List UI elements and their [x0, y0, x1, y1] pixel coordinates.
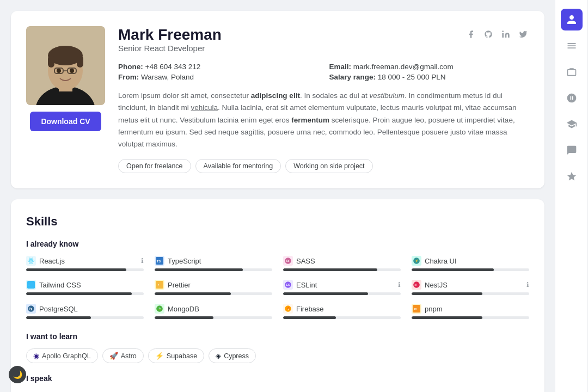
- meta-email: Email: mark.freeman.dev@gmail.com: [329, 63, 530, 71]
- sidebar-icon-star[interactable]: [561, 166, 583, 187]
- svg-text:✦: ✦: [157, 284, 160, 287]
- skill-bar-bg: [412, 316, 529, 319]
- sidebar-icon-education[interactable]: [561, 113, 583, 135]
- sidebar-icon-menu[interactable]: [561, 35, 583, 57]
- skill-item: ⚡ Chakra UI: [412, 256, 529, 271]
- skill-bar-bg: [155, 316, 272, 319]
- want-to-learn-tag: ◉Apollo GraphQL: [26, 348, 98, 363]
- skill-header: ES ESLint ℹ: [283, 280, 401, 290]
- skill-item: React.js ℹ: [26, 256, 144, 271]
- skill-name-row: pn pnpm: [412, 304, 443, 314]
- skill-icon: Pg: [26, 304, 36, 314]
- skill-name-row: ✦ Prettier: [155, 280, 191, 290]
- skill-name: Firebase: [296, 305, 324, 313]
- skill-info-icon[interactable]: ℹ: [398, 281, 401, 289]
- profile-tags: Open for freelance Available for mentori…: [118, 159, 529, 173]
- email-label: Email:: [329, 63, 352, 71]
- skill-name: TypeScript: [168, 257, 201, 265]
- linkedin-icon[interactable]: [500, 28, 512, 40]
- skill-icon: TS: [155, 256, 164, 266]
- svg-text:~: ~: [28, 284, 30, 287]
- meta-phone: Phone: +48 604 343 212: [118, 63, 318, 71]
- skill-bar-bg: [155, 268, 272, 271]
- svg-point-29: [413, 281, 420, 288]
- skill-name-row: ES ESLint: [283, 280, 317, 290]
- github-icon[interactable]: [482, 28, 494, 40]
- skill-name-row: 🔥 Firebase: [283, 304, 324, 314]
- skill-info-icon[interactable]: ℹ: [526, 281, 529, 289]
- skill-name-row: React.js: [26, 256, 65, 266]
- skill-name-row: Ss SASS: [283, 256, 315, 266]
- skill-item: 🍃 MongoDB: [155, 304, 272, 319]
- want-to-learn-tag: 🚀Astro: [102, 348, 144, 363]
- skill-icon: ⚡: [412, 256, 421, 266]
- skill-bar-bg: [412, 268, 529, 271]
- meta-location: From: Warsaw, Poland: [118, 73, 318, 81]
- profile-header: Mark Freeman Senior React Developer: [118, 26, 529, 60]
- skill-bar-fill: [283, 268, 377, 271]
- svg-text:Pg: Pg: [29, 308, 33, 311]
- skill-header: N NestJS ℹ: [412, 280, 529, 290]
- skill-icon: ✦: [155, 280, 164, 290]
- dark-mode-toggle[interactable]: 🌙: [9, 366, 26, 383]
- skill-bar-fill: [283, 292, 368, 295]
- sidebar-icon-briefcase[interactable]: [561, 61, 583, 83]
- skill-bar-fill: [283, 316, 336, 319]
- skill-bar-fill: [412, 316, 482, 319]
- svg-text:🍃: 🍃: [158, 308, 162, 311]
- skill-name-row: TS TypeScript: [155, 256, 201, 266]
- skill-icon: ES: [283, 280, 293, 290]
- skills-card: Skills I already know React.js ℹ TS Type…: [11, 199, 544, 392]
- skill-name: React.js: [39, 257, 65, 265]
- phone-value: +48 604 343 212: [145, 63, 201, 71]
- skill-header: ✦ Prettier: [155, 280, 272, 290]
- skill-bar-bg: [26, 268, 144, 271]
- skill-info-icon[interactable]: ℹ: [141, 257, 144, 265]
- skills-title: Skills: [26, 215, 529, 229]
- sidebar-icon-person[interactable]: [561, 9, 583, 30]
- skill-bar-fill: [155, 268, 243, 271]
- skill-item: ES ESLint ℹ: [283, 280, 401, 295]
- salary-label: Salary range:: [329, 73, 376, 81]
- sidebar-icon-rocket[interactable]: [561, 87, 583, 109]
- skill-icon: 🍃: [155, 304, 164, 314]
- skill-bar-fill: [412, 292, 482, 295]
- svg-point-12: [502, 30, 504, 32]
- skill-name: SASS: [296, 257, 315, 265]
- svg-rect-5: [48, 56, 54, 68]
- profile-info: Mark Freeman Senior React Developer: [118, 26, 529, 173]
- skill-name-row: N NestJS: [412, 280, 448, 290]
- profile-name: Mark Freeman: [118, 26, 222, 44]
- avatar-section: Download CV: [26, 26, 105, 131]
- skill-bar-bg: [412, 292, 529, 295]
- name-title-group: Mark Freeman Senior React Developer: [118, 26, 222, 60]
- download-cv-button[interactable]: Download CV: [30, 112, 101, 131]
- skill-header: React.js ℹ: [26, 256, 144, 266]
- svg-rect-25: [156, 281, 163, 289]
- twitter-icon[interactable]: [517, 28, 529, 40]
- skill-name: Prettier: [168, 281, 191, 289]
- skill-name: Tailwind CSS: [39, 281, 81, 289]
- svg-text:⚡: ⚡: [415, 260, 419, 264]
- location-value: Warsaw, Poland: [141, 73, 194, 81]
- skill-name: Chakra UI: [425, 257, 457, 265]
- skill-bar-bg: [283, 268, 401, 271]
- skill-item: Ss SASS: [283, 256, 401, 271]
- i-speak-title: I speak: [26, 374, 529, 383]
- email-value: mark.freeman.dev@gmail.com: [353, 63, 454, 71]
- main-content: Download CV Mark Freeman Senior React De…: [0, 0, 555, 392]
- skill-name: pnpm: [425, 305, 443, 313]
- want-tag-label: Astro: [121, 352, 137, 360]
- skill-bar-fill: [26, 316, 91, 319]
- social-icons: [465, 28, 529, 40]
- phone-label: Phone:: [118, 63, 143, 71]
- sidebar-icon-chat[interactable]: [561, 139, 583, 161]
- skill-bar-fill: [412, 268, 494, 271]
- skill-bar-fill: [26, 292, 132, 295]
- skill-name-row: 🍃 MongoDB: [155, 304, 199, 314]
- profile-bio: Lorem ipsum dolor sit amet, consectetur …: [118, 90, 529, 150]
- skill-name-row: ⚡ Chakra UI: [412, 256, 457, 266]
- svg-point-10: [57, 69, 61, 73]
- skill-name-row: Pg PostgreSQL: [26, 304, 78, 314]
- facebook-icon[interactable]: [465, 28, 477, 40]
